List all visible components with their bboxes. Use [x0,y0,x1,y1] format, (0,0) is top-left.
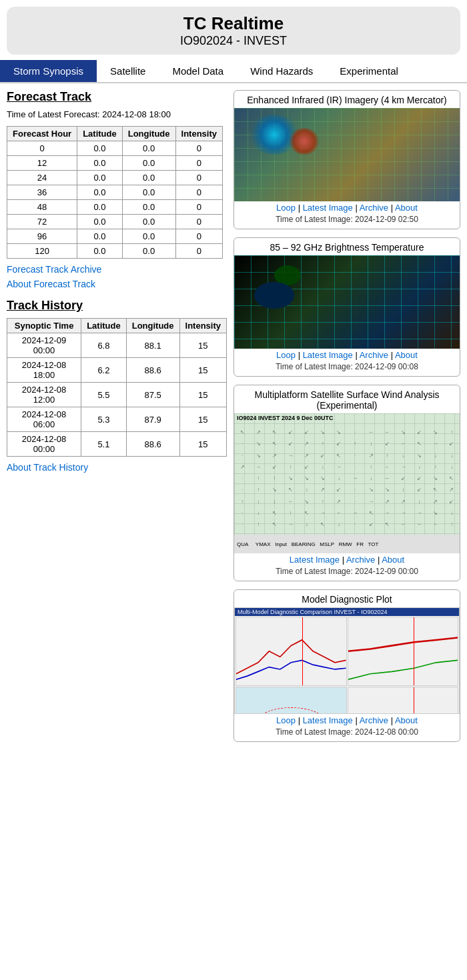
wind-arrow: · [347,484,363,495]
track-intensity-cell: 15 [179,407,226,432]
model-time: Time of Latest Image: 2024-12-08 00:00 [234,727,460,737]
ir-about-link[interactable]: About [395,203,418,213]
wind-arrow: ↑ [444,427,460,438]
table-row: 2024-12-08 18:00 6.2 88.6 15 [7,358,227,383]
wind-arrow: ↗ [428,496,444,507]
wind-image: IO9024 INVEST 2024 9 Dec 00UTC ↖↗↖↙↙↘↘·←… [234,413,460,553]
wind-arrow: · [234,484,250,495]
forecast-hour-cell: 96 [7,229,77,244]
wind-arrow: ↖ [363,507,379,519]
wind-arrow: ↘ [363,484,379,495]
tab-satellite[interactable]: Satellite [97,60,159,82]
wind-arrow: → [347,473,363,484]
model-about-link[interactable]: About [395,715,418,725]
col-forecast-hour: Forecast Hour [7,127,77,141]
model-loop-link[interactable]: Loop [276,715,296,725]
track-intensity-cell: 15 [179,358,226,383]
track-lon-cell: 88.6 [126,358,179,383]
wind-arrow: ↙ [412,427,428,438]
model-map-chart: CIRA [236,687,347,714]
tab-experimental[interactable]: Experimental [326,60,412,82]
table-row: 2024-12-08 06:00 5.3 87.9 15 [7,407,227,432]
forecast-lon-cell: 0.0 [122,229,175,244]
wind-arrow: · [234,507,250,519]
wind-arrow: ← [379,427,395,438]
forecast-hour-cell: 0 [7,141,77,156]
forecast-lat-cell: 0.0 [77,244,123,259]
forecast-lon-cell: 0.0 [122,244,175,259]
track-intensity-cell: 15 [179,383,226,407]
wind-arrow: ↑ [234,496,250,507]
tab-model-data[interactable]: Model Data [159,60,237,82]
forecast-lat-cell: 0.0 [77,141,123,156]
forecast-hour-cell: 24 [7,171,77,185]
wind-arrow: ↖ [379,519,395,530]
about-forecast-link[interactable]: About Forecast Track [7,279,227,289]
about-track-history-link[interactable]: About Track History [7,462,227,473]
track-time-cell: 2024-12-08 12:00 [7,383,81,407]
wind-arrow: ↓ [331,519,347,530]
table-row: 2024-12-08 00:00 5.1 88.6 15 [7,432,227,457]
forecast-intensity-cell: 0 [175,229,222,244]
wind-arrow: · [234,450,250,461]
wind-arrow: ↑ [315,438,331,449]
ir-archive-link[interactable]: Archive [360,203,388,213]
wind-arrow: · [347,461,363,473]
wind-arrow: ↓ [412,496,428,507]
wind-arrow: ↙ [282,427,298,438]
wind-arrow: ← [363,427,379,438]
ghz-about-link[interactable]: About [395,350,418,360]
wind-arrow: → [363,496,379,507]
app-title: TC Realtime [7,13,460,34]
model-archive-link[interactable]: Archive [360,715,388,725]
track-lat-cell: 6.2 [81,358,127,383]
forecast-archive-link[interactable]: Forecast Track Archive [7,264,227,275]
ghz-loop-link[interactable]: Loop [276,350,296,360]
forecast-lat-cell: 0.0 [77,185,123,200]
ghz-latest-link[interactable]: Latest Image [303,350,353,360]
wind-arrow: · [234,438,250,449]
wind-arrow: ↖ [266,438,282,449]
table-row: 36 0.0 0.0 0 [7,185,223,200]
wind-arrow: ↙ [412,484,428,495]
model-charts-area: CIRA [235,616,459,714]
wind-arrow: ↙ [266,461,282,473]
model-latest-link[interactable]: Latest Image [303,715,353,725]
ghz-panel: 85 – 92 GHz Brightness Temperature Loop … [234,237,460,377]
forecast-time: Time of Latest Forecast: 2024-12-08 18:0… [7,109,227,119]
storm-id: IO902024 - INVEST [7,34,460,48]
wind-arrow: ↙ [444,496,460,507]
forecast-lon-cell: 0.0 [122,141,175,156]
wind-archive-link[interactable]: Archive [346,555,375,565]
wind-latest-link[interactable]: Latest Image [290,555,340,565]
tab-storm-synopsis[interactable]: Storm Synopsis [0,60,97,82]
forecast-hour-cell: 120 [7,244,77,259]
wind-arrow: → [315,507,331,519]
tab-wind-hazards[interactable]: Wind Hazards [237,60,326,82]
forecast-lat-cell: 0.0 [77,171,123,185]
wind-arrow: · [234,519,250,530]
forecast-hour-cell: 48 [7,200,77,215]
ir-loop-link[interactable]: Loop [276,203,296,213]
ir-latest-link[interactable]: Latest Image [303,203,353,213]
col-synoptic-time: Synoptic Time [7,319,81,333]
track-history-table: Synoptic Time Latitude Longitude Intensi… [7,318,227,457]
wind-arrow: ↙ [299,427,315,438]
wind-arrow: ↘ [428,427,444,438]
wind-about-link[interactable]: About [382,555,404,565]
wind-arrow: ↙ [395,473,411,484]
wind-arrow: ↖ [428,484,444,495]
wind-arrow: → [282,450,298,461]
forecast-lon-cell: 0.0 [122,171,175,185]
forecast-lon-cell: 0.0 [122,156,175,171]
ghz-image [234,255,460,349]
wind-arrow: → [428,438,444,449]
forecast-lon-cell: 0.0 [122,215,175,229]
ghz-archive-link[interactable]: Archive [360,350,388,360]
wind-arrow: ↓ [444,507,460,519]
wind-arrow: ↓ [250,496,266,507]
forecast-intensity-cell: 0 [175,141,222,156]
left-column: Forecast Track Time of Latest Forecast: … [7,90,234,742]
model-links: Loop | Latest Image | Archive | About [234,714,460,727]
wind-arrow: ↘ [315,427,331,438]
